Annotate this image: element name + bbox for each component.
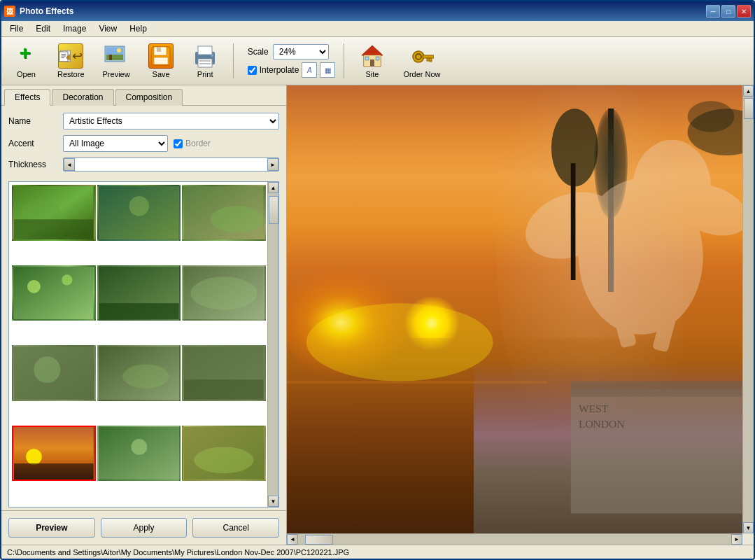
menu-image[interactable]: Image — [57, 22, 92, 35]
order-button[interactable]: Order Now — [397, 40, 446, 82]
scale-select[interactable]: 24% 50% 100% — [273, 44, 329, 59]
slider-right-arrow[interactable]: ► — [267, 158, 278, 171]
thumbnail-1[interactable] — [12, 185, 96, 241]
svg-rect-25 — [370, 59, 374, 66]
left-panel: Effects Decoration Composition Name Arti… — [1, 85, 287, 545]
thumbnail-10[interactable] — [12, 426, 96, 482]
toolbar-separator-1 — [233, 43, 234, 78]
restore-button[interactable]: Restore — [51, 40, 91, 82]
border-label: Border — [185, 139, 211, 148]
menu-file[interactable]: File — [4, 22, 29, 35]
thumb-scroll-thumb[interactable] — [269, 196, 278, 224]
thumbnail-grid — [9, 182, 278, 507]
minimize-button[interactable]: ─ — [706, 5, 720, 18]
order-label: Order Now — [403, 70, 440, 78]
save-button[interactable]: Save — [142, 40, 181, 82]
accent-select[interactable]: All Image Center Border — [63, 135, 168, 152]
maximize-button[interactable]: □ — [721, 5, 735, 18]
slider-left-arrow[interactable]: ◄ — [64, 158, 75, 171]
vscroll-down[interactable]: ▼ — [743, 522, 754, 533]
tab-effects[interactable]: Effects — [4, 89, 50, 106]
cancel-button[interactable]: Cancel — [192, 518, 279, 538]
accent-row: Accent All Image Center Border Border — [8, 135, 279, 152]
interpolate-label[interactable]: Interpolate — [260, 65, 299, 75]
border-checkbox-label[interactable]: Border — [174, 139, 211, 148]
preview-icon — [104, 43, 129, 69]
svg-rect-15 — [154, 57, 168, 64]
thumbnail-11[interactable] — [97, 426, 181, 482]
svg-marker-23 — [362, 46, 383, 55]
save-label: Save — [153, 70, 170, 78]
thumbnail-9[interactable] — [182, 345, 266, 401]
close-button[interactable]: ✕ — [737, 5, 751, 18]
thumb-scrollbar: ▲ ▼ — [267, 182, 278, 507]
thumbnail-12[interactable] — [182, 426, 266, 482]
svg-rect-31 — [430, 58, 432, 62]
save-icon — [148, 43, 174, 69]
vscroll-track — [743, 97, 754, 522]
svg-rect-35 — [14, 219, 94, 239]
apply-button[interactable]: Apply — [101, 518, 188, 538]
toolbar: Open Restore — [1, 37, 754, 85]
font-b-icon[interactable]: ▦ — [320, 62, 335, 78]
image-display: WEST LONDON — [287, 85, 754, 545]
menu-help[interactable]: Help — [124, 22, 153, 35]
thickness-row: Thickness ◄ ► — [8, 158, 279, 172]
window-title: Photo Effects — [20, 6, 73, 16]
hscroll-track — [298, 534, 731, 545]
interpolate-icons: A ▦ — [302, 62, 335, 78]
interpolate-checkbox[interactable] — [248, 66, 257, 75]
svg-rect-44 — [99, 303, 179, 320]
tab-decoration[interactable]: Decoration — [52, 89, 113, 106]
hscroll-right[interactable]: ► — [731, 534, 742, 545]
svg-rect-7 — [106, 55, 123, 60]
font-a-icon[interactable]: A — [302, 62, 317, 78]
border-checkbox[interactable] — [174, 139, 183, 148]
accent-field-label: Accent — [8, 139, 57, 148]
thumbnail-6[interactable] — [182, 265, 266, 321]
sunset-background: WEST LONDON — [287, 85, 754, 545]
scale-label: Scale — [248, 47, 269, 57]
menu-bar: File Edit Image View Help — [1, 21, 754, 37]
print-button[interactable]: Print — [186, 40, 225, 82]
thumbnail-5[interactable] — [97, 265, 181, 321]
thumb-scroll-down[interactable]: ▼ — [268, 496, 278, 507]
svg-point-54 — [26, 449, 42, 465]
open-button[interactable]: Open — [7, 40, 45, 82]
svg-rect-30 — [423, 55, 434, 58]
toolbar-preview-button[interactable]: Preview — [97, 40, 136, 82]
toolbar-separator-2 — [344, 43, 344, 78]
effects-panel: Name Artistic Effects Blur Effects Color… — [1, 106, 286, 178]
svg-rect-1 — [59, 52, 68, 62]
hscroll-left[interactable]: ◄ — [287, 534, 298, 545]
menu-edit[interactable]: Edit — [30, 22, 56, 35]
slider-track — [75, 158, 267, 171]
preview-label: Preview — [103, 70, 130, 78]
thumbnail-4[interactable] — [12, 265, 96, 321]
svg-point-11 — [117, 48, 121, 52]
thickness-slider[interactable]: ◄ ► — [63, 158, 279, 172]
tab-composition[interactable]: Composition — [115, 89, 183, 106]
svg-rect-32 — [427, 58, 429, 61]
name-select[interactable]: Artistic Effects Blur Effects Color Effe… — [63, 113, 279, 130]
tab-bar: Effects Decoration Composition — [1, 85, 286, 106]
print-icon — [192, 43, 218, 69]
thumbnail-3[interactable] — [182, 185, 266, 241]
svg-point-37 — [129, 196, 148, 216]
title-bar: 🖼 Photo Effects ─ □ ✕ — [1, 1, 754, 21]
hscroll-thumb[interactable] — [305, 535, 333, 545]
site-button[interactable]: Site — [353, 40, 391, 82]
preview-button[interactable]: Preview — [8, 518, 95, 538]
vscroll-up[interactable]: ▲ — [743, 85, 754, 97]
thumbnail-7[interactable] — [12, 345, 96, 401]
image-hscroll: ◄ ► — [287, 533, 742, 545]
svg-rect-18 — [198, 46, 212, 55]
thumb-scroll-up[interactable]: ▲ — [268, 182, 278, 193]
menu-view[interactable]: View — [93, 22, 122, 35]
open-label: Open — [17, 70, 36, 78]
site-label: Site — [365, 70, 379, 78]
svg-rect-19 — [199, 60, 211, 62]
vscroll-thumb[interactable] — [744, 98, 754, 119]
thumbnail-8[interactable] — [97, 345, 181, 401]
thumbnail-2[interactable] — [97, 185, 181, 241]
